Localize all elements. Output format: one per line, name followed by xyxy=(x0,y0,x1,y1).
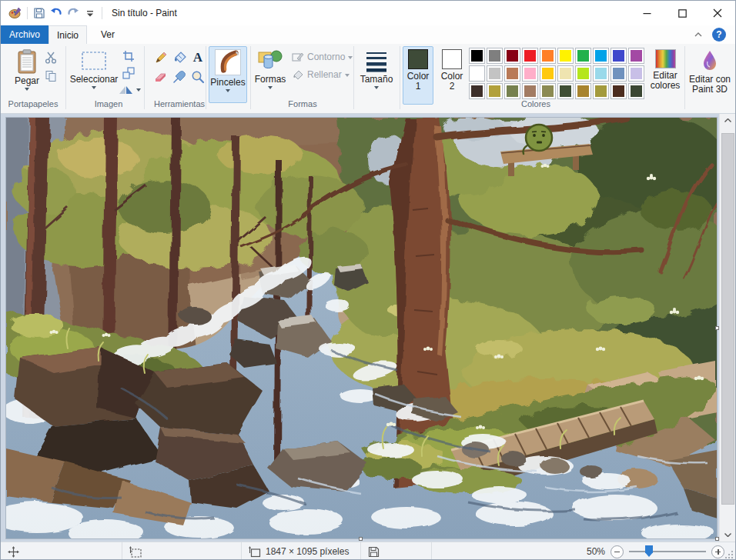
palette-swatch[interactable] xyxy=(469,48,485,64)
palette-swatch[interactable] xyxy=(593,65,609,82)
resize-grip[interactable] xyxy=(725,551,733,558)
outline-button[interactable]: Contorno xyxy=(292,50,353,64)
palette-swatch[interactable] xyxy=(628,83,644,99)
image-size-cell: 1847 × 1095 píxeles xyxy=(242,542,361,560)
palette-swatch[interactable] xyxy=(469,65,485,82)
palette-swatch[interactable] xyxy=(504,48,520,64)
dropdown-caret-icon xyxy=(92,86,96,89)
canvas-painting[interactable] xyxy=(6,118,717,538)
tab-inicio[interactable]: Inicio xyxy=(49,25,87,44)
palette-swatch[interactable] xyxy=(557,48,574,64)
title-bar[interactable]: Sin título - Paint xyxy=(1,1,735,25)
color2-label: Color 2 xyxy=(438,72,466,92)
fill-shape-icon xyxy=(292,69,304,80)
maximize-icon xyxy=(678,9,687,18)
zoom-controls: 50% xyxy=(587,542,724,560)
zoom-out-button[interactable] xyxy=(611,545,624,558)
eraser-tool-button[interactable] xyxy=(152,69,169,85)
palette-swatch[interactable] xyxy=(540,65,556,82)
palette-swatch[interactable] xyxy=(540,83,556,99)
dropdown-caret-icon xyxy=(348,56,353,59)
scroll-up-icon xyxy=(724,118,731,122)
crop-icon xyxy=(122,50,135,62)
palette-swatch[interactable] xyxy=(469,83,485,99)
palette-swatch[interactable] xyxy=(575,83,591,99)
palette-swatch[interactable] xyxy=(628,65,644,82)
palette-swatch[interactable] xyxy=(628,48,644,64)
paste-button[interactable]: Pegar xyxy=(8,46,45,92)
palette-swatch[interactable] xyxy=(522,83,538,99)
maximize-button[interactable] xyxy=(664,1,700,25)
clipboard-icon xyxy=(17,49,37,74)
palette-swatch[interactable] xyxy=(540,48,556,64)
fill-tool-button[interactable] xyxy=(171,50,188,65)
cut-button[interactable] xyxy=(42,50,59,65)
scroll-up-button[interactable] xyxy=(720,114,735,127)
zoom-slider-thumb[interactable] xyxy=(645,545,653,557)
size-button[interactable]: Tamaño xyxy=(356,46,396,90)
brushes-label: Pinceles xyxy=(210,78,245,88)
resize-icon xyxy=(122,67,135,79)
resize-button[interactable] xyxy=(120,65,137,81)
palette-swatch[interactable] xyxy=(611,83,627,99)
edit-colors-button[interactable]: Editar colores xyxy=(649,46,681,105)
tab-archivo[interactable]: Archivo xyxy=(1,25,49,44)
zoom-in-button[interactable] xyxy=(711,545,724,558)
minimize-button[interactable] xyxy=(629,1,664,25)
crop-button[interactable] xyxy=(120,48,137,64)
palette-swatch[interactable] xyxy=(522,65,538,82)
color-picker-tool-button[interactable] xyxy=(171,69,188,85)
chevron-down-icon xyxy=(86,10,94,17)
color2-button[interactable]: Color 2 xyxy=(437,46,467,105)
pencil-tool-button[interactable] xyxy=(152,50,169,65)
palette-swatch[interactable] xyxy=(487,48,503,64)
canvas-area[interactable] xyxy=(1,114,735,542)
magnifier-tool-button[interactable] xyxy=(189,69,206,85)
palette-swatch[interactable] xyxy=(557,65,574,82)
scrollbar-thumb[interactable] xyxy=(721,133,734,505)
rotate-button[interactable] xyxy=(118,82,141,98)
undo-button[interactable] xyxy=(48,5,65,22)
palette-swatch[interactable] xyxy=(487,65,503,82)
palette-swatch[interactable] xyxy=(611,65,627,82)
paste-label: Pegar xyxy=(15,76,39,86)
zoom-slider[interactable] xyxy=(629,551,706,552)
shapes-button[interactable]: Formas xyxy=(253,46,287,90)
palette-swatch[interactable] xyxy=(504,83,520,99)
palette-swatch[interactable] xyxy=(575,65,591,82)
canvas-resize-handle-bottom[interactable] xyxy=(359,537,363,541)
help-button[interactable]: ? xyxy=(712,28,726,42)
redo-icon xyxy=(66,7,80,19)
canvas[interactable] xyxy=(6,118,717,538)
palette-swatch[interactable] xyxy=(593,48,609,64)
brushes-button[interactable]: Pinceles xyxy=(209,46,247,103)
dropdown-caret-icon xyxy=(136,88,141,92)
palette-swatch[interactable] xyxy=(487,83,503,99)
select-button[interactable]: Seleccionar xyxy=(69,46,119,90)
close-button[interactable] xyxy=(700,1,735,25)
ribbon-tab-row: Archivo Inicio Ver ? xyxy=(1,25,735,44)
tab-ver[interactable]: Ver xyxy=(92,25,124,44)
text-tool-button[interactable]: A xyxy=(189,50,206,65)
scroll-down-button[interactable] xyxy=(720,528,735,542)
collapse-ribbon-button[interactable] xyxy=(692,29,704,40)
text-tool-icon: A xyxy=(193,50,202,65)
vertical-scrollbar[interactable] xyxy=(719,114,735,542)
palette-swatch[interactable] xyxy=(522,48,538,64)
edit-with-paint3d-button[interactable]: Editar con Paint 3D xyxy=(687,46,732,95)
palette-swatch[interactable] xyxy=(575,48,591,64)
save-button[interactable] xyxy=(31,5,48,22)
select-label: Seleccionar xyxy=(70,75,119,85)
color1-button[interactable]: Color 1 xyxy=(403,46,433,105)
brush-icon xyxy=(215,49,241,75)
fill-shape-button[interactable]: Rellenar xyxy=(292,68,350,82)
palette-swatch[interactable] xyxy=(611,48,627,64)
palette-swatch[interactable] xyxy=(593,83,609,99)
customize-qat-button[interactable] xyxy=(82,5,99,22)
rotate-icon xyxy=(119,84,135,96)
palette-swatch[interactable] xyxy=(504,65,520,82)
palette-swatch[interactable] xyxy=(557,83,574,99)
magnifier-icon xyxy=(191,70,205,84)
redo-button[interactable] xyxy=(65,5,82,22)
copy-button[interactable] xyxy=(42,68,59,84)
